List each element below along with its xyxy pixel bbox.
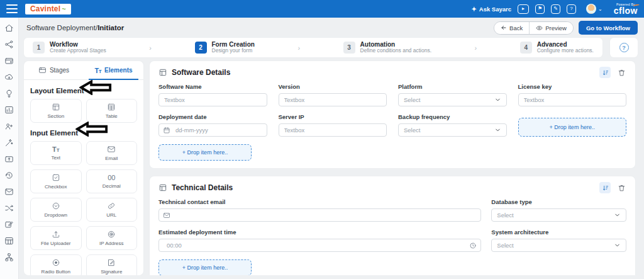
field-system-architecture: System architecture Select xyxy=(491,229,626,252)
palette-item-dropdown[interactable]: Dropdown xyxy=(30,198,82,222)
section-software-details: Software Details Software Name xyxy=(150,61,635,168)
dropdown-icon xyxy=(52,202,60,210)
history-icon[interactable] xyxy=(4,171,14,180)
calendar-icon xyxy=(163,127,170,134)
step-form-creation[interactable]: 2 Form CreationDesign your form xyxy=(195,41,255,54)
drop-item-zone[interactable]: + Drop item here.. xyxy=(158,144,252,161)
org-chart-icon[interactable] xyxy=(4,253,14,262)
field-license-key: License key xyxy=(518,83,627,106)
file-uploader-icon xyxy=(52,230,60,239)
home-icon[interactable] xyxy=(4,23,14,33)
section-icon xyxy=(158,183,167,192)
chevron-down-icon xyxy=(614,242,621,249)
step-workflow[interactable]: 1 WorkflowCreate Approval Stages xyxy=(33,41,106,54)
time-text-input[interactable] xyxy=(163,239,468,251)
step-separator-icon: › xyxy=(297,44,300,52)
palette-item-section[interactable]: Section xyxy=(30,99,82,123)
user-menu[interactable]: ⌄ xyxy=(586,4,602,14)
cflow-logo: Powered By cflow xyxy=(614,3,638,15)
shuffle-icon[interactable] xyxy=(4,203,14,213)
server-ip-input[interactable] xyxy=(279,124,387,136)
main-area: Software Deployment/Initiator Back Previ… xyxy=(19,18,644,279)
back-button[interactable]: Back xyxy=(494,22,529,34)
table-icon xyxy=(107,103,116,111)
billing-card-icon[interactable] xyxy=(4,56,14,65)
compose-icon[interactable] xyxy=(4,220,14,229)
tab-stages[interactable]: Stages xyxy=(24,61,84,79)
cflow-logo-text: cflow xyxy=(614,6,638,15)
field-deployment-date: Deployment date xyxy=(158,113,267,137)
estimated-deployment-time-input[interactable] xyxy=(158,239,481,252)
field-estimated-deployment-time: Estimated deployment time xyxy=(158,229,481,252)
clock-icon xyxy=(469,242,477,249)
grid-table-icon[interactable] xyxy=(4,236,14,246)
deployment-date-input[interactable] xyxy=(158,123,267,137)
page-title: Software Deployment/Initiator xyxy=(26,24,124,31)
palette-item-table[interactable]: Table xyxy=(86,99,138,123)
analytics-chart-icon[interactable] xyxy=(4,105,14,115)
section-title: Software Details xyxy=(172,68,230,77)
palette-item-url[interactable]: URL xyxy=(86,198,138,222)
date-text-input[interactable] xyxy=(172,124,263,136)
step-advanced[interactable]: 4 AdvancedConfigure more actions. xyxy=(520,41,594,54)
text-icon: TT xyxy=(52,146,60,153)
go-to-workflow-button[interactable]: Go to Workflow xyxy=(579,21,638,35)
sort-fields-button[interactable] xyxy=(599,67,611,78)
platform-select[interactable]: Select xyxy=(398,93,507,106)
drop-item-zone[interactable]: + Drop item here.. xyxy=(158,259,252,275)
palette-item-radio-button[interactable]: Radio Button xyxy=(30,254,82,275)
help-icon[interactable]: ? xyxy=(567,4,576,14)
section-title: Technical Details xyxy=(172,183,233,192)
title-bar: Software Deployment/Initiator Back Previ… xyxy=(19,18,644,38)
step-separator-icon: › xyxy=(475,44,477,52)
palette-item-file-uploader[interactable]: File Uploader xyxy=(30,226,82,250)
help-question-icon[interactable]: ? xyxy=(619,43,629,52)
database-type-select[interactable]: Select xyxy=(491,208,626,222)
email-icon xyxy=(163,212,170,219)
page-title-stage: Initiator xyxy=(97,24,124,31)
license-key-input[interactable] xyxy=(519,94,626,106)
palette-item-decimal[interactable]: 00 Decimal xyxy=(86,169,138,193)
magic-wand-icon[interactable] xyxy=(4,138,14,147)
version-input[interactable] xyxy=(279,94,387,106)
stepper: 1 WorkflowCreate Approval Stages › 2 For… xyxy=(24,38,602,57)
email-text-input[interactable] xyxy=(172,209,477,221)
tab-elements[interactable]: TT Elements xyxy=(84,61,143,79)
idea-bulb-icon[interactable] xyxy=(4,89,14,98)
palette-item-checkbox[interactable]: Checkbox xyxy=(30,169,82,193)
backup-frequency-select[interactable]: Select xyxy=(398,123,507,137)
palette-item-ip-address[interactable]: IP Address xyxy=(86,226,138,250)
element-palette: Stages TT Elements Layout Element Sectio… xyxy=(24,61,143,275)
delete-section-button[interactable] xyxy=(616,183,626,193)
decimal-icon: 00 xyxy=(108,174,115,181)
step-number: 1 xyxy=(33,42,45,54)
step-automation[interactable]: 3 AutomationDefine conditions and action… xyxy=(343,41,431,54)
edit-icon[interactable]: ✎ xyxy=(551,4,560,14)
technical-contact-email-input[interactable] xyxy=(158,208,481,222)
ask-ai-button[interactable]: ✦ Ask Sayarc xyxy=(471,6,511,13)
export-box-icon[interactable] xyxy=(4,154,14,164)
ask-ai-label: Ask Sayarc xyxy=(479,6,511,13)
hamburger-menu-icon[interactable] xyxy=(6,4,18,13)
palette-item-signature[interactable]: Signature xyxy=(86,254,138,275)
mail-icon[interactable] xyxy=(4,187,14,196)
palette-item-email[interactable]: Email xyxy=(86,141,138,165)
palette-item-text[interactable]: TT Text xyxy=(30,141,82,165)
cavintel-logo[interactable]: Cavintel ~ xyxy=(25,4,71,14)
field-technical-contact-email: Technical contact email xyxy=(158,198,481,222)
flag-icon[interactable]: ⚑ xyxy=(535,4,545,14)
video-tutorial-icon[interactable]: ▸ xyxy=(518,4,529,14)
drop-cell: + Drop item here.. xyxy=(518,113,627,137)
add-user-icon[interactable] xyxy=(4,122,14,131)
software-name-input[interactable] xyxy=(159,94,267,106)
arrow-left-icon xyxy=(501,25,507,31)
cloud-upload-icon[interactable] xyxy=(4,72,14,82)
system-architecture-select[interactable]: Select xyxy=(491,239,626,252)
preview-button[interactable]: Preview xyxy=(529,22,573,34)
icon-sidebar xyxy=(0,18,19,279)
drop-item-zone[interactable]: + Drop item here.. xyxy=(518,118,627,137)
brand-text: Cavintel xyxy=(30,4,60,13)
sort-fields-button[interactable] xyxy=(599,182,611,193)
delete-section-button[interactable] xyxy=(616,67,626,77)
share-network-icon[interactable] xyxy=(4,40,14,49)
